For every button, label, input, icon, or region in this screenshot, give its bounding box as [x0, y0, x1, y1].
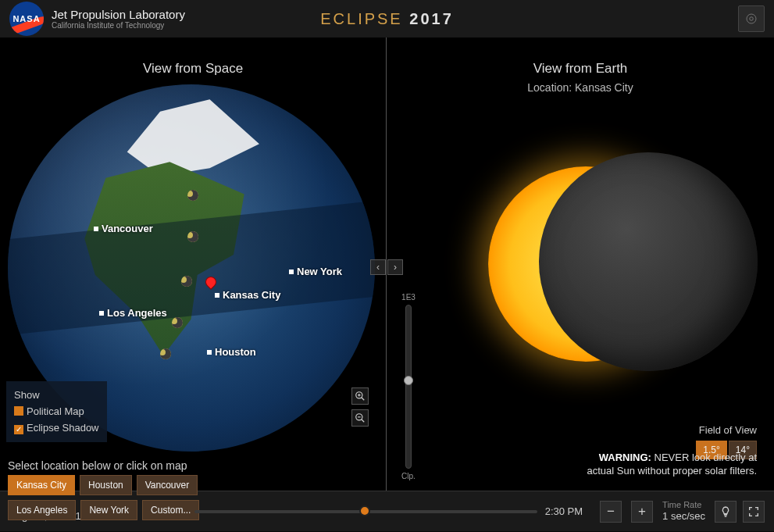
city-name: Houston — [215, 346, 256, 358]
timeline-track[interactable] — [194, 510, 537, 513]
city-name: New York — [297, 266, 342, 277]
next-pane-button[interactable]: › — [387, 259, 403, 275]
lab-text: Jet Propulsion Laboratory California Ins… — [52, 8, 185, 30]
time-rate-value: 1 sec/sec — [662, 510, 705, 523]
fov-label: Field of View — [694, 424, 757, 436]
city-label-los-angeles[interactable]: Los Angeles — [99, 307, 167, 319]
shadow-path-marker — [172, 317, 183, 328]
slider-track[interactable] — [405, 305, 412, 469]
city-name: Vancouver — [102, 223, 153, 234]
legend-item-label: Eclipse Shadow — [27, 422, 99, 434]
city-label-new-york[interactable]: New York — [289, 266, 342, 277]
city-name: Kansas City — [223, 289, 280, 301]
city-dot-icon — [215, 293, 219, 298]
shadow-path-marker — [187, 231, 198, 242]
svg-point-0 — [747, 14, 756, 23]
checkbox-checked-icon: ✓ — [14, 425, 23, 434]
legend-item-label: Political Map — [27, 405, 84, 417]
vertical-zoom-slider[interactable]: 1E3 Clp. — [397, 293, 420, 480]
moon-disc — [539, 152, 758, 371]
location-button-houston[interactable]: Houston — [80, 475, 132, 495]
title-prefix: ECLIPSE — [320, 10, 409, 27]
slider-knob[interactable] — [404, 376, 413, 385]
pane-splitter-nav: ‹ › — [370, 259, 403, 275]
eclipse-render — [480, 151, 730, 401]
rate-increase-button[interactable]: + — [631, 501, 653, 523]
earth-view-pane: View from Earth Location: Kansas City Fi… — [387, 37, 774, 491]
timeline-end-label: 2:30 PM — [545, 505, 583, 517]
legend-political-map-toggle[interactable]: Political Map — [14, 404, 99, 420]
city-label-houston[interactable]: Houston — [207, 346, 256, 358]
ice-cap — [111, 95, 276, 176]
slider-min-label: Clp. — [401, 472, 416, 480]
header-bar: NASA Jet Propulsion Laboratory Californi… — [0, 0, 774, 37]
page-title: ECLIPSE 2017 — [320, 10, 454, 28]
location-button-kansas-city[interactable]: Kansas City — [8, 475, 75, 495]
title-year: 2017 — [409, 10, 454, 27]
shadow-path-marker — [160, 348, 171, 359]
time-rate-block: Time Rate 1 sec/sec — [662, 500, 705, 523]
svg-line-3 — [362, 398, 365, 401]
rate-decrease-button[interactable]: − — [600, 501, 622, 523]
location-select-label: Select location below or click on map — [8, 459, 187, 472]
city-dot-icon — [99, 311, 104, 316]
prev-pane-button[interactable]: ‹ — [370, 259, 386, 275]
svg-point-1 — [750, 17, 754, 21]
space-view-pane: View from Space VancouverNew YorkKansas … — [0, 37, 387, 491]
nasa-logo: NASA — [9, 2, 44, 36]
zoom-out-button[interactable] — [351, 409, 369, 427]
slider-max-label: 1E3 — [401, 293, 416, 302]
location-button-new-york[interactable]: New York — [80, 500, 137, 520]
lab-name: Jet Propulsion Laboratory — [52, 8, 185, 21]
zoom-in-icon — [355, 391, 366, 402]
svg-line-7 — [362, 420, 365, 423]
zoom-controls — [351, 387, 369, 427]
location-button-group: Kansas CityHoustonVancouverLos AngelesNe… — [8, 475, 242, 520]
footer-right-controls — [715, 501, 765, 523]
settings-button[interactable] — [738, 5, 765, 32]
fullscreen-icon — [747, 505, 760, 518]
safety-warning: WARNING: NEVER look directly at actual S… — [574, 452, 757, 478]
location-button-vancouver[interactable]: Vancouver — [137, 475, 198, 495]
target-icon — [744, 12, 758, 26]
city-name: Los Angeles — [107, 307, 167, 319]
timeline-knob[interactable] — [359, 505, 370, 516]
earth-view-title: View from Earth — [387, 61, 774, 77]
location-button-los-angeles[interactable]: Los Angeles — [8, 500, 76, 520]
nasa-logo-text: NASA — [12, 14, 40, 23]
city-label-vancouver[interactable]: Vancouver — [94, 223, 153, 234]
legend-eclipse-shadow-toggle[interactable]: ✓Eclipse Shadow — [14, 420, 99, 437]
earth-view-location: Location: Kansas City — [387, 81, 774, 94]
shadow-path-marker — [187, 190, 198, 201]
city-label-kansas-city[interactable]: Kansas City — [215, 289, 280, 301]
square-icon — [14, 406, 23, 416]
map-legend: Show Political Map ✓Eclipse Shadow — [6, 381, 107, 442]
lightbulb-icon — [719, 505, 732, 518]
location-button-custom[interactable]: Custom... — [142, 500, 199, 520]
space-view-title: View from Space — [0, 61, 386, 77]
lab-subname: California Institute of Technology — [52, 21, 185, 30]
shadow-path-marker — [181, 276, 192, 287]
city-dot-icon — [289, 270, 294, 274]
city-dot-icon — [94, 227, 98, 231]
zoom-in-button[interactable] — [351, 387, 369, 405]
city-dot-icon — [207, 350, 212, 355]
main-area: View from Space VancouverNew YorkKansas … — [0, 37, 774, 491]
zoom-out-icon — [355, 412, 366, 423]
warning-prefix: WARNING: — [599, 452, 651, 463]
fullscreen-button[interactable] — [743, 501, 765, 523]
legend-title: Show — [14, 387, 99, 404]
time-rate-label: Time Rate — [662, 500, 705, 511]
light-toggle-button[interactable] — [715, 501, 737, 523]
